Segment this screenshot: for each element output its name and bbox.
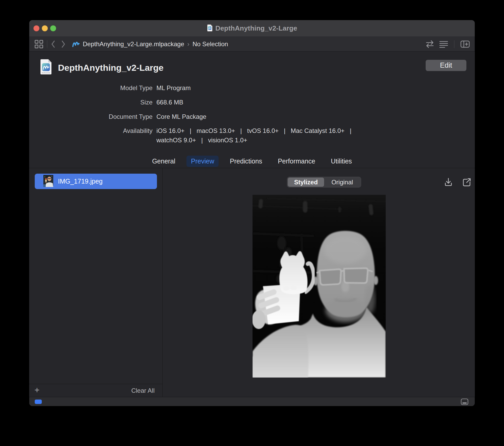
model-title: DepthAnything_v2-Large bbox=[58, 63, 163, 73]
toolbar: DepthAnything_v2-Large.mlpackage › No Se… bbox=[29, 37, 475, 51]
content-area: IMG_1719.jpeg + Clear All Stylized Origi… bbox=[29, 168, 475, 397]
field-label: Availability bbox=[29, 126, 156, 145]
field-value: ML Program bbox=[156, 81, 191, 95]
field-row-document-type: Document Type Core ML Package bbox=[29, 109, 395, 124]
field-label: Document Type bbox=[29, 109, 156, 124]
add-editor-icon[interactable] bbox=[460, 40, 470, 48]
field-row-availability: Availability iOS 16.0+ | macOS 13.0+ | t… bbox=[29, 126, 395, 145]
mlpackage-caption: MLPACKAGE bbox=[42, 72, 50, 74]
model-info-fields: Model Type ML Program Size 668.6 MB Docu… bbox=[29, 81, 395, 145]
depth-map-image bbox=[253, 195, 386, 378]
add-input-button[interactable]: + bbox=[34, 384, 39, 397]
status-indicator bbox=[35, 400, 42, 404]
screenshot-root: DepthAnything_v2-Large bbox=[0, 0, 504, 446]
forward-button[interactable] bbox=[61, 40, 66, 48]
breadcrumb-separator: › bbox=[187, 40, 189, 48]
tab-performance[interactable]: Performance bbox=[273, 156, 320, 167]
editor-options-icon[interactable] bbox=[439, 40, 448, 48]
window-title: DepthAnything_v2-Large bbox=[215, 24, 297, 32]
preview-pane: Stylized Original bbox=[163, 168, 475, 397]
clear-all-button[interactable]: Clear All bbox=[131, 384, 155, 397]
xcode-window: DepthAnything_v2-Large bbox=[29, 20, 475, 406]
download-button[interactable] bbox=[443, 177, 454, 187]
list-item[interactable]: IMG_1719.jpeg bbox=[35, 174, 157, 189]
toolbar-separator bbox=[47, 40, 47, 48]
tab-utilities[interactable]: Utilities bbox=[326, 156, 356, 167]
image-thumbnail bbox=[43, 175, 53, 188]
field-row-model-type: Model Type ML Program bbox=[29, 81, 395, 95]
compare-arrows-icon[interactable] bbox=[425, 40, 434, 48]
mlpackage-glyph-icon bbox=[72, 40, 80, 48]
segment-original[interactable]: Original bbox=[324, 178, 360, 187]
toolbar-right-separator bbox=[454, 40, 454, 48]
document-icon bbox=[207, 24, 213, 33]
window-title-group: DepthAnything_v2-Large bbox=[29, 20, 475, 37]
toggle-bottom-bar-icon[interactable] bbox=[461, 398, 468, 406]
mlpackage-file-icon: MLPACKAGE bbox=[40, 59, 52, 76]
stylized-original-toggle: Stylized Original bbox=[287, 177, 361, 187]
segment-stylized[interactable]: Stylized bbox=[288, 178, 324, 187]
breadcrumb-selection[interactable]: No Selection bbox=[192, 40, 228, 48]
file-name: IMG_1719.jpeg bbox=[58, 178, 103, 185]
toolbar-right bbox=[425, 37, 470, 51]
status-bar bbox=[29, 397, 475, 406]
field-label: Model Type bbox=[29, 81, 156, 95]
field-label: Size bbox=[29, 95, 156, 109]
sidebar-bottom-bar: + Clear All bbox=[29, 384, 162, 397]
tab-predictions[interactable]: Predictions bbox=[225, 156, 267, 167]
back-button[interactable] bbox=[51, 40, 55, 48]
field-value: Core ML Package bbox=[156, 109, 206, 124]
tab-bar: General Preview Predictions Performance … bbox=[29, 155, 475, 168]
window-titlebar: DepthAnything_v2-Large bbox=[29, 20, 475, 37]
open-external-button[interactable] bbox=[461, 177, 472, 187]
tab-preview[interactable]: Preview bbox=[186, 156, 219, 167]
availability-line-1: iOS 16.0+ | macOS 13.0+ | tvOS 16.0+ | M… bbox=[156, 126, 351, 136]
toolbar-left: DepthAnything_v2-Large.mlpackage › No Se… bbox=[34, 37, 228, 51]
preview-input-sidebar: IMG_1719.jpeg + Clear All bbox=[29, 168, 162, 397]
tab-general[interactable]: General bbox=[148, 156, 180, 167]
edit-button[interactable]: Edit bbox=[426, 60, 466, 71]
availability-line-2: watchOS 9.0+ | visionOS 1.0+ bbox=[156, 136, 351, 145]
related-items-icon[interactable] bbox=[34, 40, 43, 49]
field-row-size: Size 668.6 MB bbox=[29, 95, 395, 109]
breadcrumb-package[interactable]: DepthAnything_v2-Large.mlpackage bbox=[83, 40, 184, 48]
field-value: 668.6 MB bbox=[156, 95, 183, 109]
